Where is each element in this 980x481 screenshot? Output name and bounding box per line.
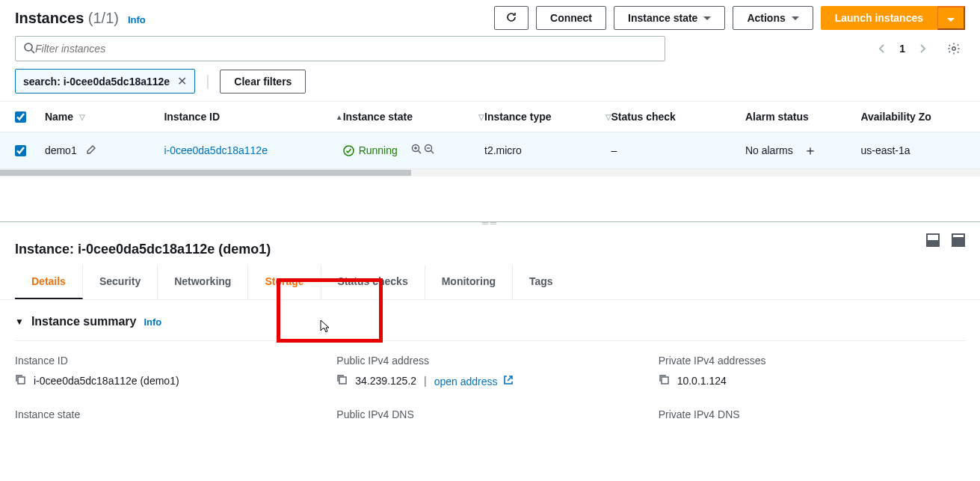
header-actions: Connect Instance state Actions Launch in… <box>494 6 965 30</box>
field-public-dns: Public IPv4 DNS <box>336 408 643 428</box>
field-instance-id: Instance ID i-0cee0da5dc18a112e (demo1) <box>15 355 321 387</box>
field-value: 10.0.1.124 <box>659 374 965 387</box>
summary-heading[interactable]: ▼ Instance summary Info <box>15 315 965 328</box>
external-link-icon <box>500 376 514 387</box>
instance-count: (1/1) <box>88 10 119 26</box>
search-row: 1 <box>0 36 980 69</box>
svg-line-10 <box>431 151 434 154</box>
tab-networking[interactable]: Networking <box>158 265 248 299</box>
status-ok-icon <box>343 145 354 156</box>
instance-id-link[interactable]: i-0cee0da5dc18a112e <box>164 144 268 156</box>
copy-icon[interactable] <box>336 374 348 387</box>
edit-name-icon[interactable] <box>83 144 96 157</box>
field-value: 34.239.125.2 | open address <box>336 374 643 387</box>
row-checkbox[interactable] <box>15 145 26 156</box>
pane-drag-handle[interactable]: ══ <box>0 218 980 228</box>
select-all-checkbox[interactable] <box>15 111 26 123</box>
td-name: demo1 <box>45 144 164 157</box>
field-label: Private IPv4 addresses <box>659 355 965 367</box>
info-link[interactable]: Info <box>128 14 146 25</box>
field-private-ipv4: Private IPv4 addresses 10.0.1.124 <box>659 355 965 387</box>
actions-label: Actions <box>747 12 785 24</box>
filter-chip-search[interactable]: search: i-0cee0da5dc18a112e ✕ <box>15 69 195 94</box>
copy-icon[interactable] <box>659 374 670 387</box>
svg-point-0 <box>25 43 32 51</box>
detail-tabs: Details Security Networking Storage Stat… <box>0 260 980 300</box>
summary-title: Instance summary <box>31 315 137 328</box>
state-zoom-icons <box>411 144 435 157</box>
th-instance-type[interactable]: Instance type ▽ <box>484 111 611 123</box>
tab-details[interactable]: Details <box>15 265 83 299</box>
value-divider: | <box>424 375 427 387</box>
caret-down-icon <box>792 16 799 20</box>
running-status: Running <box>343 144 398 156</box>
td-alarm-status: No alarms ＋ <box>745 141 861 159</box>
pane-layout-full-button[interactable] <box>952 233 965 247</box>
page-next-button[interactable] <box>919 43 926 54</box>
sort-icon: ▲ <box>336 113 343 121</box>
th-name[interactable]: Name ▽ <box>45 111 164 123</box>
actions-button[interactable]: Actions <box>733 6 813 30</box>
svg-point-3 <box>344 146 354 156</box>
horizontal-scrollbar[interactable] <box>0 169 980 177</box>
filter-chip-label: search: i-0cee0da5dc18a112e <box>23 76 170 88</box>
field-public-ipv4: Public IPv4 address 34.239.125.2 | open … <box>336 355 643 387</box>
field-label: Public IPv4 address <box>336 355 643 367</box>
add-alarm-button[interactable]: ＋ <box>804 141 817 159</box>
td-status-check: – <box>611 144 745 156</box>
page-prev-button[interactable] <box>878 43 886 54</box>
field-label: Instance ID <box>15 355 321 367</box>
table-row[interactable]: demo1 i-0cee0da5dc18a112e Running t2.mic… <box>0 132 980 169</box>
select-all-cell <box>15 111 45 123</box>
field-instance-state: Instance state <box>15 408 321 428</box>
th-instance-id[interactable]: Instance ID ▲ <box>164 111 342 123</box>
field-label: Public IPv4 DNS <box>336 408 643 420</box>
launch-instances-caret[interactable] <box>937 6 965 30</box>
collapse-caret-icon: ▼ <box>15 316 24 327</box>
th-availability-zone[interactable]: Availability Zo <box>860 111 965 123</box>
close-icon[interactable]: ✕ <box>177 74 187 88</box>
pane-layout-half-button[interactable] <box>926 233 940 247</box>
refresh-icon <box>505 11 517 25</box>
search-box[interactable] <box>15 36 665 61</box>
th-instance-state[interactable]: Instance state ▽ <box>343 111 484 123</box>
launch-instances-button[interactable]: Launch instances <box>821 6 937 30</box>
tab-security[interactable]: Security <box>83 265 158 299</box>
svg-rect-11 <box>18 377 25 384</box>
field-value: i-0cee0da5dc18a112e (demo1) <box>15 374 321 387</box>
header-left: Instances (1/1) Info <box>15 10 146 27</box>
td-availability-zone: us-east-1a <box>860 144 965 156</box>
tab-storage[interactable]: Storage <box>248 265 321 299</box>
instances-table: Name ▽ Instance ID ▲ Instance state ▽ In… <box>0 101 980 177</box>
zoom-in-icon[interactable] <box>411 144 422 157</box>
svg-rect-12 <box>339 377 346 384</box>
page-title: Instances (1/1) <box>15 10 119 27</box>
tab-monitoring[interactable]: Monitoring <box>425 265 513 299</box>
instance-state-button[interactable]: Instance state <box>614 6 725 30</box>
zoom-out-icon[interactable] <box>424 144 435 157</box>
th-alarm-status[interactable]: Alarm status <box>745 111 861 123</box>
open-address-link[interactable]: open address <box>434 375 514 387</box>
search-input[interactable] <box>35 43 657 55</box>
connect-button[interactable]: Connect <box>536 6 606 30</box>
tab-tags[interactable]: Tags <box>513 265 570 299</box>
details-pane: ══ Instance: i-0cee0da5dc18a112e (demo1)… <box>0 221 980 443</box>
field-label: Instance state <box>15 408 321 420</box>
svg-point-2 <box>952 47 955 50</box>
th-status-check[interactable]: Status check <box>611 111 745 123</box>
chip-separator: | <box>206 73 209 90</box>
filter-chip-row: search: i-0cee0da5dc18a112e ✕ | Clear fi… <box>0 69 980 101</box>
caret-down-icon <box>703 16 711 20</box>
td-instance-state: Running <box>343 144 484 157</box>
summary-grid: Instance ID i-0cee0da5dc18a112e (demo1) … <box>15 340 965 428</box>
refresh-button[interactable] <box>494 6 528 30</box>
svg-rect-13 <box>662 377 668 384</box>
caret-down-icon <box>947 18 955 22</box>
tab-status-checks[interactable]: Status checks <box>321 265 425 299</box>
copy-icon[interactable] <box>15 374 26 387</box>
clear-filters-button[interactable]: Clear filters <box>220 70 306 94</box>
info-link[interactable]: Info <box>144 316 161 328</box>
scrollbar-thumb[interactable] <box>0 170 411 176</box>
settings-button[interactable] <box>947 42 961 55</box>
launch-instances-group: Launch instances <box>821 6 965 30</box>
